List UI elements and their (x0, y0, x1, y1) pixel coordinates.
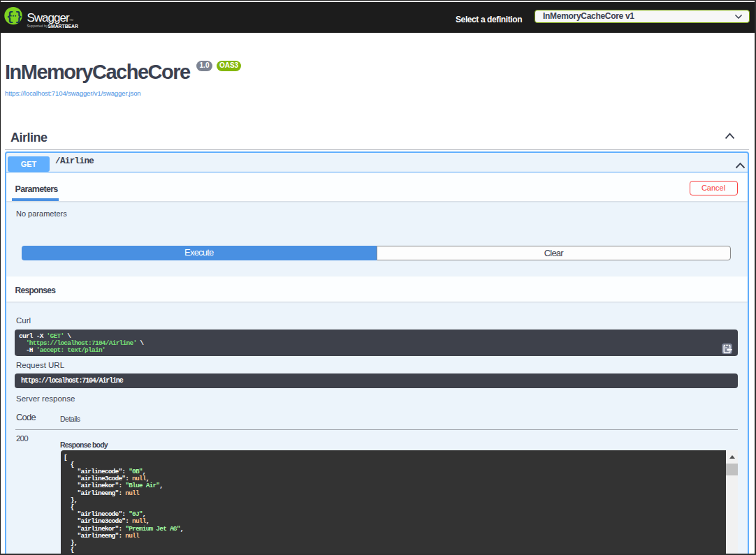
svg-text:SMARTBEAR: SMARTBEAR (48, 24, 79, 29)
svg-text:TM: TM (69, 18, 73, 22)
svg-text:}: } (15, 10, 22, 24)
svg-text:{: { (6, 10, 14, 24)
svg-text:Supported by: Supported by (27, 24, 48, 28)
svg-text:Swagger: Swagger (27, 11, 70, 24)
